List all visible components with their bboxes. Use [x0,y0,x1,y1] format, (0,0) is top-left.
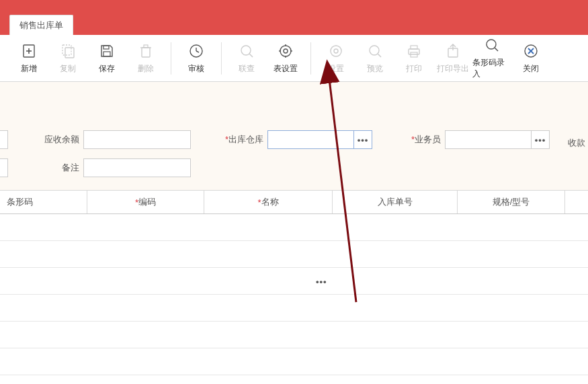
col-name[interactable]: *名称 [204,191,333,213]
col-spec[interactable]: 规格/型号 [458,191,565,213]
barcode-entry-button[interactable]: 条形码录入 [472,34,511,83]
toolbar: 新增 复制 保存 删除 审核 [0,35,588,82]
svg-point-29 [487,40,496,49]
barcode-search-icon [483,36,501,54]
save-button[interactable]: 保存 [87,40,126,77]
remark-input[interactable] [83,158,191,177]
leading-cut-input-2[interactable] [0,158,8,177]
tab-sales-outbound[interactable]: 销售出库单 [9,15,73,35]
svg-line-30 [495,48,498,51]
audit-button[interactable]: 审核 [177,40,216,77]
table-row[interactable] [0,241,588,268]
table-row[interactable] [0,375,588,384]
svg-point-16 [284,49,288,53]
leading-cut-input[interactable] [0,130,8,149]
gear-icon [277,42,294,60]
header-bar: 销售出库单 [0,0,588,35]
close-button[interactable]: 关闭 [511,40,550,77]
clock-icon [187,42,205,60]
print-export-button[interactable]: 打印导出 [433,40,472,77]
table-row[interactable]: ••• [0,268,588,295]
remark-label: 备注 [39,162,79,174]
svg-point-13 [241,46,251,55]
delete-button[interactable]: 删除 [126,40,165,77]
col-code[interactable]: *编码 [87,191,204,213]
copy-icon [59,42,77,60]
svg-point-15 [280,46,291,56]
svg-rect-4 [65,48,74,58]
svg-line-24 [378,54,381,57]
table-settings-button[interactable]: 表设置 [266,40,305,77]
out-warehouse-picker[interactable]: ••• [353,130,372,149]
receivable-balance-label: 应收余额 [39,134,79,146]
svg-rect-7 [142,48,150,57]
svg-rect-3 [62,45,71,55]
new-button[interactable]: 新增 [9,40,48,77]
new-icon [20,42,38,60]
copy-button[interactable]: 复制 [48,40,87,77]
receivable-balance-input[interactable] [83,130,191,149]
col-barcode[interactable]: 条形码 [0,191,87,213]
salesperson-picker[interactable]: ••• [531,130,550,149]
settings-button[interactable]: 设置 [317,40,355,77]
col-trailing [565,191,588,213]
table-row[interactable] [0,214,588,241]
table-row[interactable] [0,348,588,375]
svg-rect-9 [144,45,148,48]
svg-rect-26 [411,46,417,49]
svg-rect-6 [103,52,110,56]
form-area: 应收余额 *出库仓库 ••• *业务员 ••• 备注 [0,82,588,177]
out-warehouse-label: *出库仓库 [219,134,263,146]
printer-icon [405,42,423,60]
salesperson-label: *业务员 [405,134,441,146]
preview-button[interactable]: 预览 [355,40,394,77]
svg-line-12 [196,51,199,52]
salesperson-input[interactable] [445,130,531,149]
svg-rect-5 [103,46,109,49]
col-inbound-no[interactable]: 入库单号 [333,191,458,213]
save-icon [98,42,116,60]
search-icon [238,42,255,60]
gear-outline-icon [327,42,345,60]
export-icon [444,42,462,60]
close-icon [522,42,540,60]
svg-point-21 [331,46,341,56]
link-button[interactable]: 联查 [227,40,266,77]
print-button[interactable]: 打印 [394,40,433,77]
receipt-cut-label: 收款 [568,137,585,149]
table-row[interactable] [0,295,588,322]
table-row[interactable] [0,322,588,348]
preview-icon [366,42,384,60]
trash-icon [137,42,155,60]
data-table: 条形码 *编码 *名称 入库单号 规格/型号 ••• [0,190,588,384]
table-header: 条形码 *编码 *名称 入库单号 规格/型号 [0,190,588,214]
out-warehouse-input[interactable] [267,130,353,149]
svg-point-23 [370,46,379,55]
table-body: ••• [0,214,588,384]
cell-picker-dots[interactable]: ••• [316,268,327,295]
svg-point-22 [334,49,338,53]
tab-label: 销售出库单 [19,20,63,30]
svg-line-14 [249,54,253,57]
